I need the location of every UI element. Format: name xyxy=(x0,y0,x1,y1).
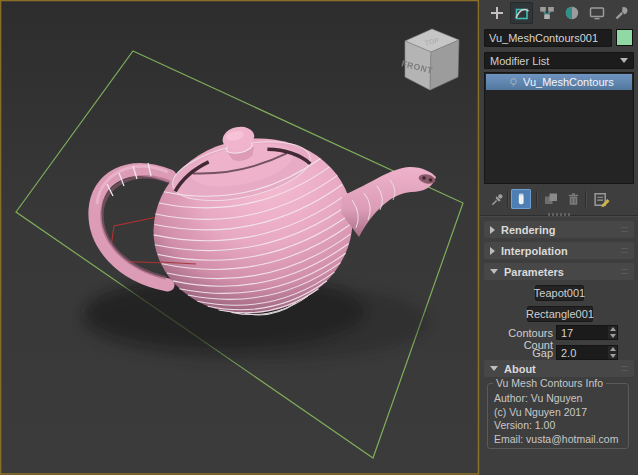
about-author: Author: Vu Nguyen xyxy=(494,392,628,406)
hierarchy-icon xyxy=(539,5,555,21)
modifier-stack-item-label: Vu_MeshContours xyxy=(523,74,614,90)
contours-count-field[interactable]: 17 xyxy=(556,325,618,340)
configure-modifier-sets-button[interactable] xyxy=(591,189,611,209)
pin-stack-button[interactable] xyxy=(487,189,507,209)
about-version: Version: 1.00 xyxy=(494,419,628,433)
rollout-grip-icon xyxy=(621,366,628,371)
create-plus-icon xyxy=(489,5,505,21)
spinner-up-icon[interactable] xyxy=(610,347,616,351)
rollout-grip-icon xyxy=(621,269,628,274)
spinner-up-icon[interactable] xyxy=(610,327,616,331)
modifier-list-dropdown[interactable]: Modifier List xyxy=(484,52,634,69)
gap-value: 2.0 xyxy=(557,347,608,359)
spinner-down-icon[interactable] xyxy=(610,334,616,338)
make-unique-button[interactable] xyxy=(541,189,561,209)
rollout-about[interactable]: About xyxy=(484,360,634,377)
3dsmax-window: TOP FRONT xyxy=(0,0,638,475)
collapse-arrow-icon xyxy=(490,366,498,371)
utilities-wrench-icon xyxy=(614,5,630,21)
pin-stack-icon xyxy=(490,192,505,207)
spinner-arrows[interactable] xyxy=(608,326,617,339)
spinner-down-icon[interactable] xyxy=(610,354,616,358)
spinner-arrows[interactable] xyxy=(608,346,617,359)
contours-count-value: 17 xyxy=(557,327,608,339)
about-copyright: (c) Vu Nguyen 2017 xyxy=(494,406,628,420)
viewport[interactable]: TOP FRONT xyxy=(0,0,480,475)
tab-motion[interactable] xyxy=(560,2,583,24)
display-icon xyxy=(589,5,605,21)
rollout-grip-icon xyxy=(621,248,628,253)
about-group-title: Vu Mesh Contours Info xyxy=(493,377,606,389)
rollout-title: About xyxy=(504,363,615,375)
pick-teapot-button[interactable]: Teapot001 xyxy=(535,285,584,301)
modifier-list-label: Modifier List xyxy=(490,55,620,67)
trash-icon xyxy=(566,192,581,207)
make-unique-icon xyxy=(543,191,559,207)
about-email: Email: vusta@hotmail.com xyxy=(494,433,628,447)
rollout-title: Parameters xyxy=(504,266,615,278)
tab-hierarchy[interactable] xyxy=(535,2,558,24)
show-end-result-button[interactable] xyxy=(511,189,531,209)
object-color-swatch[interactable] xyxy=(616,29,633,46)
rollout-parameters[interactable]: Parameters xyxy=(484,263,634,280)
pick-rectangle-button[interactable]: Rectangle001 xyxy=(527,306,593,322)
tab-modify[interactable] xyxy=(510,2,533,24)
rollout-grip-icon xyxy=(621,227,628,232)
about-group-box: Vu Mesh Contours Info Author: Vu Nguyen … xyxy=(487,383,629,449)
modifier-stack-item[interactable]: Vu_MeshContours xyxy=(486,74,632,90)
collapse-arrow-icon xyxy=(490,269,498,274)
expand-arrow-icon xyxy=(490,247,495,255)
show-end-result-icon xyxy=(513,191,529,207)
configure-modifier-sets-icon xyxy=(593,191,610,208)
stack-toolbar xyxy=(480,188,638,210)
command-panel: Modifier List Vu_MeshContours xyxy=(480,0,638,475)
gap-label: Gap xyxy=(480,347,553,359)
expand-arrow-icon xyxy=(490,226,495,234)
modifier-bulb-icon[interactable] xyxy=(508,77,519,88)
tab-utilities[interactable] xyxy=(610,2,633,24)
motion-icon xyxy=(564,5,580,21)
panel-resize-grip[interactable] xyxy=(548,213,570,216)
tab-display[interactable] xyxy=(585,2,608,24)
gap-field[interactable]: 2.0 xyxy=(556,345,618,360)
rollout-rendering[interactable]: Rendering xyxy=(484,221,634,238)
rollout-interpolation[interactable]: Interpolation xyxy=(484,242,634,259)
object-name-input[interactable] xyxy=(484,29,612,47)
modify-icon xyxy=(514,5,530,21)
rollout-title: Interpolation xyxy=(501,245,615,257)
chevron-down-icon xyxy=(620,58,628,63)
modifier-stack-list[interactable]: Vu_MeshContours xyxy=(484,72,634,184)
rollout-title: Rendering xyxy=(501,224,615,236)
tab-create[interactable] xyxy=(485,2,508,24)
remove-modifier-button[interactable] xyxy=(563,189,583,209)
